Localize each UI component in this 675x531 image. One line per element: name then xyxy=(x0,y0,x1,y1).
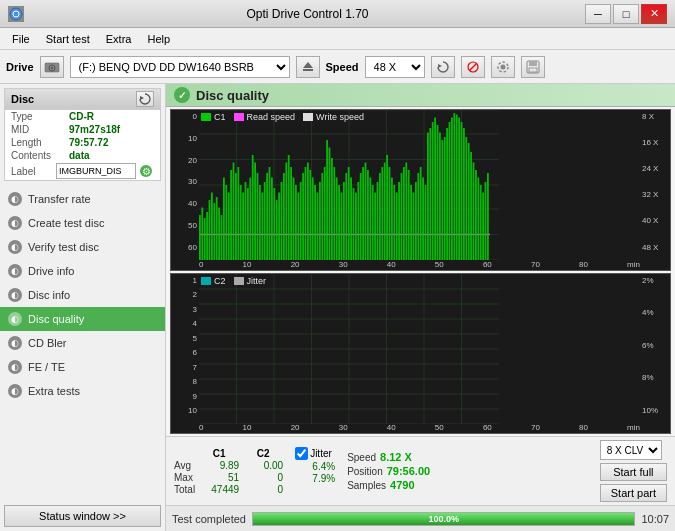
legend-c1-color xyxy=(201,113,211,121)
drive-select[interactable]: (F:) BENQ DVD DD DW1640 BSRB xyxy=(70,56,290,78)
nav-drive-info[interactable]: ◐ Drive info xyxy=(0,259,165,283)
nav-icon-transfer-rate: ◐ xyxy=(8,192,22,206)
disc-label-row: Label ⚙ xyxy=(5,162,160,180)
svg-rect-51 xyxy=(242,193,244,261)
disc-type-value: CD-R xyxy=(69,111,94,122)
svg-rect-148 xyxy=(475,170,477,260)
svg-rect-85 xyxy=(324,167,326,260)
svg-rect-149 xyxy=(477,178,479,261)
stats-position-value: 79:56.00 xyxy=(387,465,430,477)
settings-btn[interactable] xyxy=(491,56,515,78)
svg-rect-40 xyxy=(216,197,218,260)
stats-c1-avg: 9.89 xyxy=(199,460,239,471)
nav-cd-bler[interactable]: ◐ CD Bler xyxy=(0,331,165,355)
svg-rect-92 xyxy=(341,193,343,261)
nav-icon-disc-info: ◐ xyxy=(8,288,22,302)
svg-point-10 xyxy=(500,64,505,69)
start-part-button[interactable]: Start part xyxy=(600,484,667,502)
nav-disc-info[interactable]: ◐ Disc info xyxy=(0,283,165,307)
legend-read-color xyxy=(234,113,244,121)
stats-speed-row: Speed 8.12 X xyxy=(347,451,430,463)
svg-rect-63 xyxy=(271,178,273,261)
label-settings-btn[interactable]: ⚙ xyxy=(138,163,154,179)
minimize-button[interactable]: ─ xyxy=(585,4,611,24)
svg-rect-151 xyxy=(482,193,484,261)
legend-c1-label: C1 xyxy=(214,112,226,122)
stats-c1-max: 51 xyxy=(199,472,239,483)
speed-clv-dropdown[interactable]: 8 X CLV xyxy=(600,440,662,460)
svg-rect-73 xyxy=(295,185,297,260)
nav-create-test-disc[interactable]: ◐ Create test disc xyxy=(0,211,165,235)
jitter-checkbox[interactable] xyxy=(295,447,308,460)
disc-refresh-btn[interactable] xyxy=(136,91,154,107)
progress-bar: 100.0% xyxy=(252,512,635,526)
svg-rect-131 xyxy=(434,118,436,261)
svg-marker-7 xyxy=(438,64,442,68)
chart1-x-axis: 0 10 20 30 40 50 60 70 80 min xyxy=(199,254,640,270)
svg-rect-153 xyxy=(487,173,489,260)
nav-icon-fe-te: ◐ xyxy=(8,360,22,374)
svg-rect-39 xyxy=(213,203,215,260)
menu-help[interactable]: Help xyxy=(139,31,178,47)
drive-bar: Drive (F:) BENQ DVD DD DW1640 BSRB Speed… xyxy=(0,50,675,84)
stats-speed-label: Speed xyxy=(347,452,376,463)
erase-btn[interactable] xyxy=(461,56,485,78)
window-title: Opti Drive Control 1.70 xyxy=(30,7,585,21)
svg-rect-144 xyxy=(465,137,467,260)
legend-c2: C2 xyxy=(201,276,226,286)
svg-rect-89 xyxy=(333,167,335,260)
c1-chart: C1 Read speed Write speed 60 50 40 3 xyxy=(170,109,671,271)
stats-samples-value: 4790 xyxy=(390,479,414,491)
disc-label-input[interactable] xyxy=(56,163,136,179)
svg-rect-38 xyxy=(211,193,213,261)
title-bar: Opti Drive Control 1.70 ─ □ ✕ xyxy=(0,0,675,28)
svg-rect-77 xyxy=(305,167,307,260)
nav-fe-te[interactable]: ◐ FE / TE xyxy=(0,355,165,379)
stats-position-row: Position 79:56.00 xyxy=(347,465,430,477)
eject-btn[interactable] xyxy=(296,56,320,78)
stats-jitter-total-spacer xyxy=(295,485,335,496)
save-btn[interactable] xyxy=(521,56,545,78)
sidebar-nav: ◐ Transfer rate ◐ Create test disc ◐ Ver… xyxy=(0,185,165,501)
disc-type-label: Type xyxy=(11,111,69,122)
svg-rect-138 xyxy=(451,118,453,261)
stats-c1-header: C1 xyxy=(199,448,239,459)
svg-rect-34 xyxy=(201,208,203,261)
nav-transfer-rate[interactable]: ◐ Transfer rate xyxy=(0,187,165,211)
stats-c1-total: 47449 xyxy=(199,484,239,495)
svg-rect-84 xyxy=(321,173,323,260)
svg-rect-101 xyxy=(362,167,364,260)
stats-action-col: 8 X CLV Start full Start part xyxy=(600,440,667,502)
legend-jitter-label: Jitter xyxy=(247,276,267,286)
status-window-btn[interactable]: Status window >> xyxy=(4,505,161,527)
svg-rect-126 xyxy=(422,178,424,261)
svg-rect-65 xyxy=(276,200,278,260)
svg-marker-15 xyxy=(140,96,144,100)
menu-extra[interactable]: Extra xyxy=(98,31,140,47)
start-full-button[interactable]: Start full xyxy=(600,463,667,481)
nav-label-extra-tests: Extra tests xyxy=(28,385,80,397)
nav-label-transfer-rate: Transfer rate xyxy=(28,193,91,205)
svg-rect-72 xyxy=(293,178,295,261)
stats-c2-avg: 0.00 xyxy=(243,460,283,471)
stats-total-label: Total xyxy=(174,484,195,495)
legend-read-label: Read speed xyxy=(247,112,296,122)
menu-file[interactable]: File xyxy=(4,31,38,47)
nav-verify-test-disc[interactable]: ◐ Verify test disc xyxy=(0,235,165,259)
nav-extra-tests[interactable]: ◐ Extra tests xyxy=(0,379,165,403)
progress-time: 10:07 xyxy=(641,513,669,525)
menu-start-test[interactable]: Start test xyxy=(38,31,98,47)
nav-disc-quality[interactable]: ◐ Disc quality xyxy=(0,307,165,331)
stats-jitter-max: 7.9% xyxy=(295,473,335,484)
stats-c2-col: C2 0.00 0 0 xyxy=(243,448,283,495)
svg-rect-115 xyxy=(396,193,398,261)
refresh-btn[interactable] xyxy=(431,56,455,78)
speed-select[interactable]: 48 X xyxy=(365,56,425,78)
drive-icon-btn[interactable] xyxy=(40,56,64,78)
maximize-button[interactable]: □ xyxy=(613,4,639,24)
progress-area: Test completed 100.0% 10:07 xyxy=(166,505,675,531)
svg-rect-75 xyxy=(300,182,302,260)
svg-rect-99 xyxy=(357,182,359,260)
window-controls: ─ □ ✕ xyxy=(585,4,667,24)
close-button[interactable]: ✕ xyxy=(641,4,667,24)
